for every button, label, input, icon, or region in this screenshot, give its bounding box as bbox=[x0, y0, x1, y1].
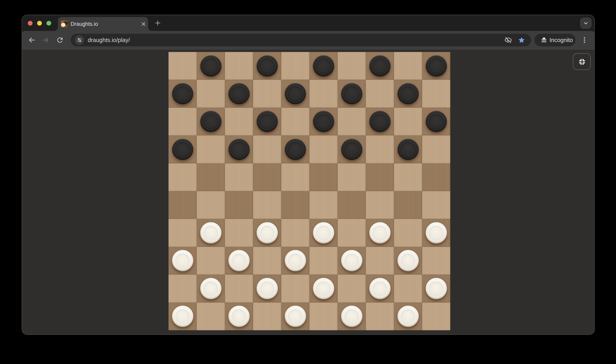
board-square[interactable] bbox=[394, 302, 422, 330]
board-square[interactable] bbox=[225, 80, 253, 107]
board-square[interactable] bbox=[338, 247, 366, 274]
board-square[interactable] bbox=[309, 52, 338, 80]
piece-white[interactable] bbox=[200, 222, 221, 244]
piece-dark[interactable] bbox=[341, 139, 362, 160]
piece-dark[interactable] bbox=[397, 83, 419, 104]
traffic-light-zoom[interactable] bbox=[46, 21, 51, 26]
board-square[interactable] bbox=[338, 191, 366, 219]
piece-white[interactable] bbox=[257, 222, 278, 244]
board-square[interactable] bbox=[197, 274, 225, 302]
piece-dark[interactable] bbox=[369, 55, 391, 77]
piece-white[interactable] bbox=[426, 222, 447, 244]
board-square[interactable] bbox=[309, 163, 338, 191]
board-square[interactable] bbox=[253, 108, 281, 135]
board-square[interactable] bbox=[422, 108, 450, 135]
board-square[interactable] bbox=[197, 219, 225, 247]
board-square[interactable] bbox=[366, 52, 394, 80]
board-square[interactable] bbox=[422, 52, 450, 80]
piece-dark[interactable] bbox=[172, 83, 193, 104]
board-square[interactable] bbox=[366, 274, 394, 302]
board-square[interactable] bbox=[309, 219, 338, 247]
piece-white[interactable] bbox=[369, 278, 391, 299]
board-square[interactable] bbox=[338, 80, 366, 107]
piece-dark[interactable] bbox=[426, 111, 447, 132]
board-square[interactable] bbox=[394, 135, 422, 163]
bookmark-star-icon[interactable] bbox=[518, 36, 525, 44]
piece-white[interactable] bbox=[369, 222, 391, 244]
piece-white[interactable] bbox=[200, 278, 221, 299]
traffic-light-close[interactable] bbox=[28, 21, 33, 26]
board-square[interactable] bbox=[281, 247, 309, 274]
board-square[interactable] bbox=[422, 219, 450, 247]
board-square[interactable] bbox=[225, 247, 253, 274]
piece-dark[interactable] bbox=[285, 139, 306, 160]
board-square[interactable] bbox=[281, 191, 309, 219]
piece-dark[interactable] bbox=[313, 55, 334, 77]
board-square[interactable] bbox=[253, 52, 281, 80]
site-info-button[interactable] bbox=[75, 35, 84, 45]
board-square[interactable] bbox=[338, 135, 366, 163]
piece-white[interactable] bbox=[228, 306, 250, 327]
piece-white[interactable] bbox=[426, 278, 447, 299]
board-square[interactable] bbox=[168, 80, 197, 107]
board-square[interactable] bbox=[225, 302, 253, 330]
piece-dark[interactable] bbox=[200, 111, 221, 132]
tab-search-chevron-button[interactable] bbox=[580, 17, 592, 29]
board-square[interactable] bbox=[253, 219, 281, 247]
piece-dark[interactable] bbox=[426, 55, 447, 77]
eye-off-icon[interactable] bbox=[504, 36, 512, 44]
board-square[interactable] bbox=[168, 247, 197, 274]
piece-white[interactable] bbox=[172, 306, 193, 327]
board-square[interactable] bbox=[394, 80, 422, 107]
new-tab-button[interactable] bbox=[152, 17, 163, 28]
piece-dark[interactable] bbox=[285, 83, 306, 104]
board-square[interactable] bbox=[225, 191, 253, 219]
back-button[interactable] bbox=[28, 36, 36, 44]
piece-dark[interactable] bbox=[228, 83, 250, 104]
piece-dark[interactable] bbox=[313, 111, 334, 132]
board-square[interactable] bbox=[197, 52, 225, 80]
piece-dark[interactable] bbox=[369, 111, 391, 132]
board-square[interactable] bbox=[253, 274, 281, 302]
exit-fullscreen-button[interactable] bbox=[573, 53, 591, 70]
board-square[interactable] bbox=[253, 163, 281, 191]
piece-white[interactable] bbox=[313, 222, 334, 244]
traffic-light-minimize[interactable] bbox=[37, 21, 42, 26]
board-square[interactable] bbox=[168, 191, 197, 219]
reload-button[interactable] bbox=[56, 36, 64, 44]
board-square[interactable] bbox=[366, 219, 394, 247]
board-square[interactable] bbox=[168, 135, 197, 163]
piece-white[interactable] bbox=[313, 278, 334, 299]
piece-white[interactable] bbox=[341, 306, 362, 327]
board-square[interactable] bbox=[281, 302, 309, 330]
piece-dark[interactable] bbox=[228, 139, 250, 160]
address-bar[interactable]: draughts.io/play/ bbox=[71, 34, 531, 46]
menu-three-dots-button[interactable] bbox=[580, 36, 589, 44]
piece-white[interactable] bbox=[397, 306, 419, 327]
board-square[interactable] bbox=[281, 135, 309, 163]
board-square[interactable] bbox=[366, 163, 394, 191]
board-square[interactable] bbox=[225, 135, 253, 163]
piece-white[interactable] bbox=[257, 278, 278, 299]
piece-white[interactable] bbox=[397, 250, 419, 271]
board-square[interactable] bbox=[197, 108, 225, 135]
piece-white[interactable] bbox=[341, 250, 362, 271]
board-square[interactable] bbox=[394, 191, 422, 219]
board-square[interactable] bbox=[309, 108, 338, 135]
piece-white[interactable] bbox=[228, 250, 250, 271]
board-square[interactable] bbox=[422, 274, 450, 302]
board-square[interactable] bbox=[168, 302, 197, 330]
board-square[interactable] bbox=[338, 302, 366, 330]
browser-tab[interactable]: Draughts.io bbox=[58, 17, 148, 31]
piece-dark[interactable] bbox=[341, 83, 362, 104]
piece-white[interactable] bbox=[172, 250, 193, 271]
piece-white[interactable] bbox=[285, 250, 306, 271]
board-square[interactable] bbox=[281, 80, 309, 107]
forward-button[interactable] bbox=[42, 36, 50, 44]
piece-dark[interactable] bbox=[257, 111, 278, 132]
board-square[interactable] bbox=[309, 274, 338, 302]
board-square[interactable] bbox=[394, 247, 422, 274]
piece-dark[interactable] bbox=[200, 55, 221, 77]
piece-dark[interactable] bbox=[172, 139, 193, 160]
piece-dark[interactable] bbox=[397, 139, 419, 160]
